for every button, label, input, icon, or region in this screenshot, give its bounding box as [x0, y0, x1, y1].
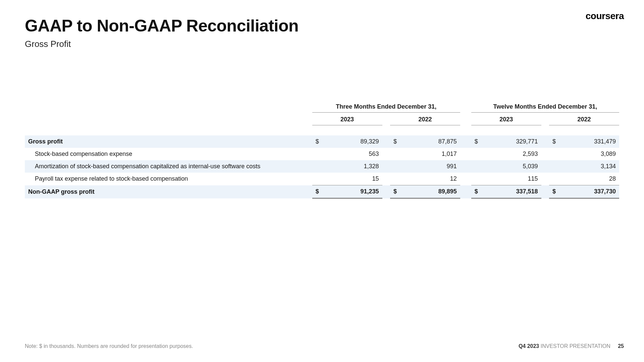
cell-value: 337,518 [487, 185, 541, 198]
year-header-q-2023: 2023 [312, 113, 382, 125]
footer-right: Q4 2023 INVESTOR PRESENTATION 25 [519, 343, 624, 349]
cell-value: 1,017 [406, 148, 460, 160]
year-header-y-2022: 2022 [549, 113, 619, 125]
row-label: Non-GAAP gross profit [25, 185, 312, 198]
cell-value: 87,875 [406, 135, 460, 148]
cell-value: 1,328 [328, 160, 382, 173]
cell-value: 115 [487, 173, 541, 185]
cell-value: 15 [328, 173, 382, 185]
footer-period: Q4 2023 [519, 343, 539, 349]
row-sbc-expense: Stock-based compensation expense 563 1,0… [25, 148, 619, 160]
footer-label: INVESTOR PRESENTATION [541, 343, 610, 349]
year-header-y-2023: 2023 [471, 113, 541, 125]
cell-value: 5,039 [487, 160, 541, 173]
cell-value: 563 [328, 148, 382, 160]
page-number: 25 [618, 343, 624, 349]
period-header-three-months: Three Months Ended December 31, [312, 101, 460, 113]
row-label: Amortization of stock-based compensation… [25, 160, 312, 173]
cell-value: 2,593 [487, 148, 541, 160]
currency-symbol: $ [312, 185, 328, 198]
cell-value: 337,730 [565, 185, 619, 198]
currency-symbol: $ [390, 185, 406, 198]
row-label: Payroll tax expense related to stock-bas… [25, 173, 312, 185]
currency-symbol: $ [390, 135, 406, 148]
cell-value: 991 [406, 160, 460, 173]
currency-symbol: $ [549, 135, 565, 148]
currency-symbol: $ [549, 185, 565, 198]
row-amortization: Amortization of stock-based compensation… [25, 160, 619, 173]
cell-value: 89,329 [328, 135, 382, 148]
reconciliation-table: Three Months Ended December 31, Twelve M… [25, 101, 619, 199]
brand-logo: coursera [586, 11, 624, 21]
row-nongaap-gross-profit: Non-GAAP gross profit $ 91,235 $ 89,895 … [25, 185, 619, 198]
currency-symbol: $ [312, 135, 328, 148]
row-label: Gross profit [25, 135, 312, 148]
currency-symbol: $ [471, 185, 487, 198]
cell-value: 3,134 [565, 160, 619, 173]
currency-symbol: $ [471, 135, 487, 148]
cell-value: 3,089 [565, 148, 619, 160]
cell-value: 331,479 [565, 135, 619, 148]
period-header-twelve-months: Twelve Months Ended December 31, [471, 101, 619, 113]
cell-value: 329,771 [487, 135, 541, 148]
page-subtitle: Gross Profit [25, 39, 71, 49]
cell-value: 91,235 [328, 185, 382, 198]
page-title: GAAP to Non-GAAP Reconciliation [25, 16, 299, 36]
row-label: Stock-based compensation expense [25, 148, 312, 160]
cell-value: 12 [406, 173, 460, 185]
cell-value: 28 [565, 173, 619, 185]
row-payroll-tax: Payroll tax expense related to stock-bas… [25, 173, 619, 185]
footnote: Note: $ in thousands. Numbers are rounde… [25, 343, 193, 349]
year-header-q-2022: 2022 [390, 113, 460, 125]
row-gross-profit: Gross profit $ 89,329 $ 87,875 $ 329,771… [25, 135, 619, 148]
cell-value: 89,895 [406, 185, 460, 198]
